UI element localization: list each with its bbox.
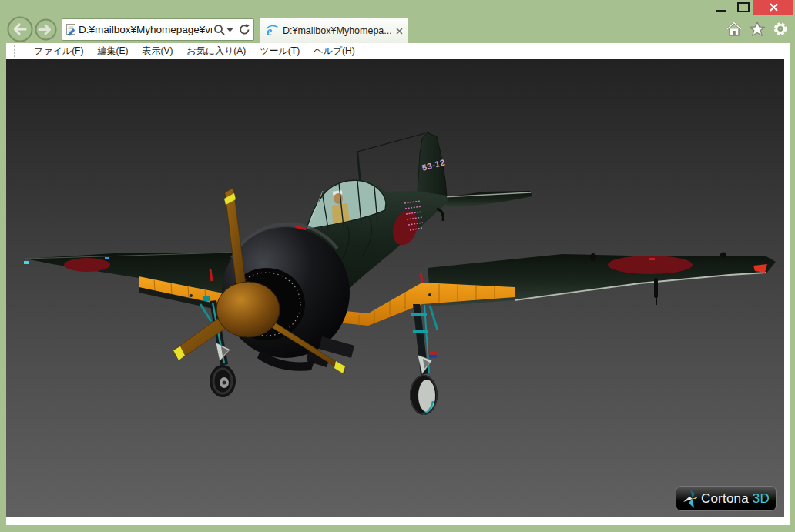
menu-edit[interactable]: 編集(E) — [90, 45, 135, 58]
antenna — [357, 133, 425, 186]
menu-bar: ファイル(F) 編集(E) 表示(V) お気に入り(A) ツール(T) ヘルプ(… — [6, 43, 790, 59]
forward-button[interactable] — [35, 18, 57, 44]
menu-drag-handle[interactable] — [14, 45, 18, 57]
browser-toolbar — [726, 21, 789, 37]
close-button[interactable] — [753, 0, 793, 15]
menu-help[interactable]: ヘルプ(H) — [307, 45, 362, 58]
back-arrow-icon — [7, 16, 33, 42]
tab-title: D:¥mailbox¥Myhomepa... — [283, 25, 392, 36]
badge-brand-text: Cortona — [701, 491, 749, 507]
back-button[interactable] — [7, 16, 33, 45]
cortona3d-logo[interactable]: Cortona3D — [676, 486, 777, 511]
minimize-button[interactable] — [710, 0, 732, 15]
minimize-icon — [716, 10, 726, 12]
page-background — [784, 59, 790, 525]
cortona3d-star-icon — [683, 489, 697, 509]
ie-logo-icon: e — [265, 24, 279, 38]
propeller-spinner — [216, 282, 280, 337]
menu-favorites[interactable]: お気に入り(A) — [179, 45, 253, 58]
forward-arrow-icon — [35, 18, 57, 41]
cortona3d-viewport[interactable]: 53-12 — [6, 59, 784, 517]
menu-tools[interactable]: ツール(T) — [253, 45, 307, 58]
close-tab-icon[interactable] — [396, 28, 403, 35]
pitot-tube — [654, 278, 658, 305]
tail-fin: 53-12 — [418, 132, 447, 196]
home-icon[interactable] — [726, 21, 743, 37]
tail-stabilizer-right — [441, 191, 532, 209]
webpage-edit-icon — [65, 23, 77, 36]
maximize-icon — [737, 2, 750, 12]
favorites-star-icon[interactable] — [749, 21, 766, 37]
search-icon[interactable] — [213, 24, 226, 36]
maximize-button[interactable] — [733, 0, 754, 15]
menu-file[interactable]: ファイル(F) — [27, 45, 90, 58]
left-wing-roundel — [64, 258, 110, 272]
address-input[interactable] — [77, 24, 213, 35]
page-background — [6, 517, 790, 525]
refresh-icon[interactable] — [238, 23, 251, 36]
browser-tab[interactable]: e D:¥mailbox¥Myhomepa... — [260, 18, 408, 43]
addressbar-divider — [236, 23, 236, 37]
browser-window: e D:¥mailbox¥Myhomepa... — [0, 0, 795, 532]
aircraft-model[interactable]: 53-12 — [6, 59, 784, 517]
landing-gear-right — [410, 304, 438, 415]
settings-gear-icon[interactable] — [772, 21, 789, 37]
left-wingtip-light — [24, 261, 29, 264]
address-bar — [62, 18, 254, 41]
left-wing-red-stripe — [210, 269, 212, 281]
badge-brand-suffix: 3D — [753, 491, 770, 507]
menu-view[interactable]: 表示(V) — [135, 45, 179, 58]
chevron-down-icon[interactable] — [226, 27, 234, 33]
close-icon — [770, 3, 778, 12]
